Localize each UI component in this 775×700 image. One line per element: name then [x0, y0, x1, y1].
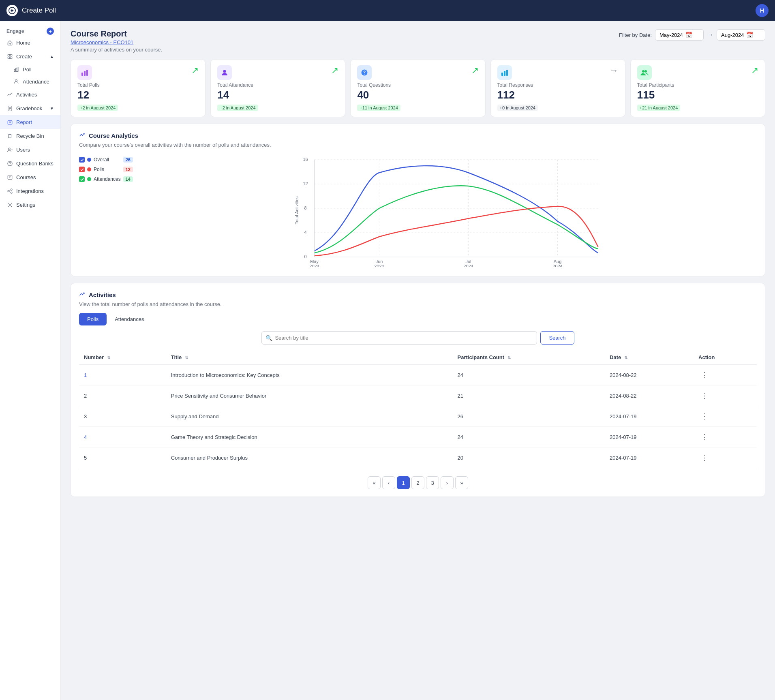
svg-rect-3: [10, 54, 12, 56]
row4-action-button[interactable]: ⋮: [698, 432, 711, 442]
row2-number: 2: [79, 385, 166, 406]
questions-stat-badge: +11 in August 2024: [357, 105, 400, 111]
sidebar-item-question-banks[interactable]: Question Banks: [0, 156, 60, 170]
table-row: 5 Consumer and Producer Surplus 20 2024-…: [79, 447, 757, 468]
pagination-prev-button[interactable]: ‹: [382, 476, 395, 489]
course-link[interactable]: Microeconomics - ECO101: [71, 39, 162, 45]
pagination-first-button[interactable]: «: [368, 476, 381, 489]
pagination-page-1-button[interactable]: 1: [397, 476, 410, 489]
search-input-wrap: 🔍: [261, 331, 537, 345]
activities-table: Number ⇅ Title ⇅ Participants Count ⇅: [79, 350, 757, 468]
row1-action: ⋮: [694, 365, 757, 385]
svg-rect-28: [81, 73, 83, 76]
svg-rect-7: [16, 68, 17, 71]
sidebar-item-home[interactable]: Home: [0, 36, 60, 49]
polls-trend-icon: ↗: [191, 65, 199, 76]
row1-action-button[interactable]: ⋮: [698, 370, 711, 380]
row5-date: 2024-07-19: [605, 447, 694, 468]
attendances-checkbox[interactable]: [79, 176, 85, 182]
sidebar-item-users[interactable]: Users: [0, 143, 60, 156]
sidebar-label-activities: Activities: [16, 92, 37, 98]
search-input[interactable]: [261, 331, 537, 345]
analytics-card-subtitle: Compare your course's overall activities…: [79, 142, 757, 148]
svg-text:Jul: Jul: [465, 259, 471, 264]
col-title: Title ⇅: [166, 350, 453, 365]
row2-participants: 21: [453, 385, 605, 406]
stat-card-polls: ↗ Total Polls 12 +2 in August 2024: [71, 59, 206, 117]
sidebar-item-settings[interactable]: Settings: [0, 198, 60, 212]
svg-rect-1: [9, 43, 11, 45]
legend-badge-polls: 12: [123, 167, 133, 172]
participants-sort-icon[interactable]: ⇅: [507, 355, 511, 360]
chart-legend: Overall 26 Polls 12: [79, 154, 133, 269]
settings-icon: [6, 201, 13, 208]
integrations-icon: [6, 188, 13, 194]
responses-trend-icon: →: [610, 65, 619, 76]
search-button[interactable]: Search: [540, 331, 574, 345]
user-avatar[interactable]: H: [756, 4, 769, 17]
row4-number[interactable]: 4: [79, 427, 166, 447]
svg-rect-2: [8, 54, 10, 56]
users-icon: [6, 146, 13, 153]
tab-attendances[interactable]: Attendances: [107, 313, 152, 325]
number-sort-icon[interactable]: ⇅: [107, 355, 110, 360]
svg-point-23: [11, 188, 12, 190]
row1-number[interactable]: 1: [79, 365, 166, 385]
sidebar: Engage + Home Create ▲ Poll: [0, 21, 61, 700]
engage-add-button[interactable]: +: [47, 28, 54, 35]
create-chevron-icon: ▲: [50, 54, 54, 59]
sidebar-item-gradebook[interactable]: Gradebook ▼: [0, 101, 60, 115]
table-row: 3 Supply and Demand 26 2024-07-19 ⋮: [79, 406, 757, 427]
row5-action-button[interactable]: ⋮: [698, 452, 711, 463]
sidebar-item-activities[interactable]: Activities: [0, 88, 60, 101]
sidebar-label-question-banks: Question Banks: [16, 161, 54, 167]
pagination-last-button[interactable]: »: [455, 476, 468, 489]
svg-rect-5: [10, 57, 12, 59]
sidebar-item-poll[interactable]: Poll: [3, 63, 60, 75]
table-row: 2 Price Sensitivity and Consumer Behavio…: [79, 385, 757, 406]
svg-point-33: [364, 74, 365, 75]
svg-text:Aug: Aug: [554, 259, 562, 264]
tab-polls[interactable]: Polls: [79, 313, 107, 325]
pagination-next-button[interactable]: ›: [441, 476, 454, 489]
legend-polls: Polls 12: [79, 167, 133, 172]
svg-point-24: [11, 192, 12, 193]
sidebar-item-integrations[interactable]: Integrations: [0, 184, 60, 198]
row2-action-button[interactable]: ⋮: [698, 390, 711, 401]
sidebar-item-courses[interactable]: Courses: [0, 170, 60, 184]
svg-rect-15: [9, 135, 11, 138]
svg-text:Jun: Jun: [376, 259, 383, 264]
date-sort-icon[interactable]: ⇅: [624, 355, 627, 360]
svg-rect-34: [501, 73, 503, 76]
sidebar-item-create[interactable]: Create ▲: [0, 49, 60, 63]
sidebar-section-engage: Engage +: [0, 26, 60, 36]
stat-card-attendance: ↗ Total Attendance 14 +2 in August 2024: [210, 59, 345, 117]
sidebar-label-integrations: Integrations: [16, 188, 44, 194]
legend-badge-attendances: 14: [123, 176, 133, 182]
svg-rect-29: [84, 71, 86, 76]
sidebar-item-attendance[interactable]: Attendance: [3, 75, 60, 88]
legend-dot-polls: [87, 167, 91, 171]
polls-checkbox[interactable]: [79, 167, 85, 172]
row3-action-button[interactable]: ⋮: [698, 411, 711, 422]
title-sort-icon[interactable]: ⇅: [185, 355, 188, 360]
create-icon: [6, 53, 13, 60]
questions-trend-icon: ↗: [471, 65, 479, 76]
report-icon: [6, 119, 13, 125]
sidebar-item-recycle-bin[interactable]: Recycle Bin: [0, 129, 60, 143]
sidebar-item-report[interactable]: Report: [0, 115, 60, 129]
overall-checkbox[interactable]: [79, 157, 85, 163]
row3-participants: 26: [453, 406, 605, 427]
activities-tabs: Polls Attendances: [79, 313, 757, 325]
gradebook-icon: [6, 105, 13, 111]
app-logo[interactable]: [6, 5, 18, 16]
participants-trend-icon: ↗: [751, 65, 758, 76]
date-to-input[interactable]: Aug-2024 📅: [717, 29, 765, 41]
table-row: 4 Game Theory and Strategic Decision 24 …: [79, 427, 757, 447]
home-icon: [6, 39, 13, 46]
date-from-input[interactable]: May-2024 📅: [655, 29, 704, 41]
col-action: Action: [694, 350, 757, 365]
pagination-page-3-button[interactable]: 3: [426, 476, 439, 489]
svg-text:0: 0: [304, 254, 306, 259]
pagination-page-2-button[interactable]: 2: [411, 476, 424, 489]
